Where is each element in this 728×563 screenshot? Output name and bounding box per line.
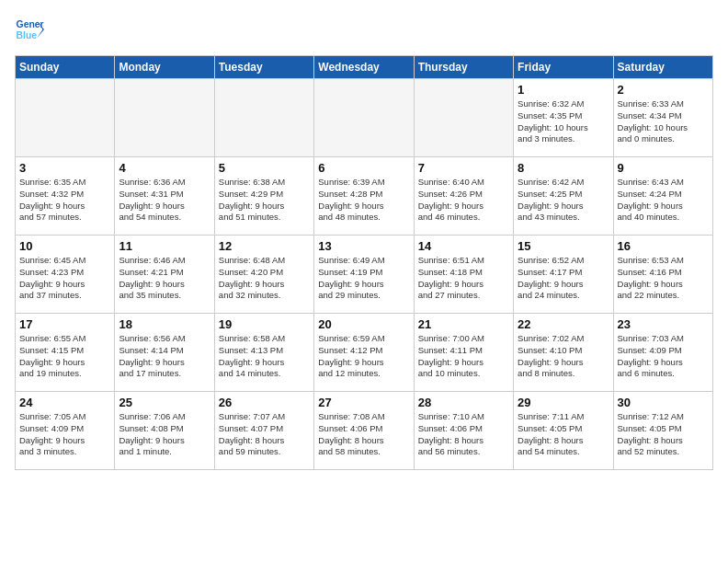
cell-info: Sunrise: 7:07 AM Sunset: 4:07 PM Dayligh…	[219, 411, 310, 458]
cell-info: Sunrise: 6:45 AM Sunset: 4:23 PM Dayligh…	[19, 255, 110, 302]
cell-info: Sunrise: 6:51 AM Sunset: 4:18 PM Dayligh…	[418, 255, 509, 302]
calendar-cell: 25Sunrise: 7:06 AM Sunset: 4:08 PM Dayli…	[115, 392, 214, 470]
day-number: 24	[19, 396, 110, 409]
calendar-cell	[16, 79, 115, 157]
day-number: 14	[418, 239, 509, 253]
calendar-cell: 30Sunrise: 7:12 AM Sunset: 4:05 PM Dayli…	[613, 392, 712, 470]
cell-info: Sunrise: 6:36 AM Sunset: 4:31 PM Dayligh…	[119, 177, 210, 224]
svg-text:Blue: Blue	[17, 30, 38, 40]
logo-icon: General Blue	[15, 15, 44, 44]
cell-info: Sunrise: 6:46 AM Sunset: 4:21 PM Dayligh…	[119, 255, 210, 302]
cell-info: Sunrise: 6:49 AM Sunset: 4:19 PM Dayligh…	[318, 255, 409, 302]
calendar-cell	[414, 79, 513, 157]
cell-info: Sunrise: 6:33 AM Sunset: 4:34 PM Dayligh…	[618, 98, 709, 145]
cell-info: Sunrise: 6:58 AM Sunset: 4:13 PM Dayligh…	[219, 333, 310, 380]
cell-info: Sunrise: 7:05 AM Sunset: 4:09 PM Dayligh…	[19, 411, 110, 458]
day-number: 17	[19, 317, 110, 331]
day-number: 18	[119, 317, 210, 331]
weekday-header-tuesday: Tuesday	[214, 56, 313, 79]
day-number: 21	[418, 317, 509, 331]
day-number: 23	[618, 317, 709, 331]
cell-info: Sunrise: 7:12 AM Sunset: 4:05 PM Dayligh…	[618, 411, 709, 458]
calendar-cell: 27Sunrise: 7:08 AM Sunset: 4:06 PM Dayli…	[314, 392, 414, 470]
weekday-header-wednesday: Wednesday	[314, 56, 414, 79]
cell-info: Sunrise: 6:53 AM Sunset: 4:16 PM Dayligh…	[618, 255, 709, 302]
cell-info: Sunrise: 6:42 AM Sunset: 4:25 PM Dayligh…	[518, 177, 609, 224]
page-header: General Blue	[15, 15, 713, 44]
day-number: 28	[418, 396, 509, 409]
calendar-cell: 1Sunrise: 6:32 AM Sunset: 4:35 PM Daylig…	[514, 79, 613, 157]
day-number: 16	[618, 239, 709, 253]
day-number: 11	[119, 239, 210, 253]
day-number: 15	[518, 239, 609, 253]
calendar-cell	[115, 79, 214, 157]
calendar-cell: 15Sunrise: 6:52 AM Sunset: 4:17 PM Dayli…	[514, 236, 613, 314]
calendar-cell: 18Sunrise: 6:56 AM Sunset: 4:14 PM Dayli…	[115, 314, 214, 392]
day-number: 22	[518, 317, 609, 331]
calendar-cell: 2Sunrise: 6:33 AM Sunset: 4:34 PM Daylig…	[613, 79, 712, 157]
calendar-cell: 22Sunrise: 7:02 AM Sunset: 4:10 PM Dayli…	[514, 314, 613, 392]
calendar-cell: 24Sunrise: 7:05 AM Sunset: 4:09 PM Dayli…	[16, 392, 115, 470]
day-number: 20	[318, 317, 409, 331]
day-number: 3	[19, 161, 110, 175]
calendar-cell: 14Sunrise: 6:51 AM Sunset: 4:18 PM Dayli…	[414, 236, 513, 314]
calendar-cell: 16Sunrise: 6:53 AM Sunset: 4:16 PM Dayli…	[613, 236, 712, 314]
calendar-cell: 7Sunrise: 6:40 AM Sunset: 4:26 PM Daylig…	[414, 157, 513, 236]
calendar-week-1: 1Sunrise: 6:32 AM Sunset: 4:35 PM Daylig…	[16, 79, 713, 157]
day-number: 19	[219, 317, 310, 331]
cell-info: Sunrise: 6:55 AM Sunset: 4:15 PM Dayligh…	[19, 333, 110, 380]
calendar-cell: 21Sunrise: 7:00 AM Sunset: 4:11 PM Dayli…	[414, 314, 513, 392]
weekday-header-friday: Friday	[514, 56, 613, 79]
cell-info: Sunrise: 6:48 AM Sunset: 4:20 PM Dayligh…	[219, 255, 310, 302]
cell-info: Sunrise: 7:00 AM Sunset: 4:11 PM Dayligh…	[418, 333, 509, 380]
calendar-cell	[214, 79, 313, 157]
day-number: 8	[518, 161, 609, 175]
day-number: 25	[119, 396, 210, 409]
calendar-cell: 20Sunrise: 6:59 AM Sunset: 4:12 PM Dayli…	[314, 314, 414, 392]
calendar-cell: 8Sunrise: 6:42 AM Sunset: 4:25 PM Daylig…	[514, 157, 613, 236]
calendar-week-2: 3Sunrise: 6:35 AM Sunset: 4:32 PM Daylig…	[16, 157, 713, 236]
cell-info: Sunrise: 6:40 AM Sunset: 4:26 PM Dayligh…	[418, 177, 509, 224]
calendar-cell: 29Sunrise: 7:11 AM Sunset: 4:05 PM Dayli…	[514, 392, 613, 470]
cell-info: Sunrise: 6:39 AM Sunset: 4:28 PM Dayligh…	[318, 177, 409, 224]
calendar-cell: 3Sunrise: 6:35 AM Sunset: 4:32 PM Daylig…	[16, 157, 115, 236]
weekday-header-monday: Monday	[115, 56, 214, 79]
day-number: 10	[19, 239, 110, 253]
calendar-cell: 28Sunrise: 7:10 AM Sunset: 4:06 PM Dayli…	[414, 392, 513, 470]
cell-info: Sunrise: 7:08 AM Sunset: 4:06 PM Dayligh…	[318, 411, 409, 458]
cell-info: Sunrise: 6:52 AM Sunset: 4:17 PM Dayligh…	[518, 255, 609, 302]
cell-info: Sunrise: 7:11 AM Sunset: 4:05 PM Dayligh…	[518, 411, 609, 458]
cell-info: Sunrise: 7:10 AM Sunset: 4:06 PM Dayligh…	[418, 411, 509, 458]
day-number: 29	[518, 396, 609, 409]
calendar-table: SundayMondayTuesdayWednesdayThursdayFrid…	[15, 55, 713, 470]
logo: General Blue	[15, 15, 44, 44]
cell-info: Sunrise: 6:38 AM Sunset: 4:29 PM Dayligh…	[219, 177, 310, 224]
weekday-header-saturday: Saturday	[613, 56, 712, 79]
cell-info: Sunrise: 6:43 AM Sunset: 4:24 PM Dayligh…	[618, 177, 709, 224]
day-number: 26	[219, 396, 310, 409]
calendar-cell: 10Sunrise: 6:45 AM Sunset: 4:23 PM Dayli…	[16, 236, 115, 314]
day-number: 1	[518, 83, 609, 97]
cell-info: Sunrise: 6:32 AM Sunset: 4:35 PM Dayligh…	[518, 98, 609, 145]
calendar-header-row: SundayMondayTuesdayWednesdayThursdayFrid…	[16, 56, 713, 79]
calendar-week-3: 10Sunrise: 6:45 AM Sunset: 4:23 PM Dayli…	[16, 236, 713, 314]
cell-info: Sunrise: 6:56 AM Sunset: 4:14 PM Dayligh…	[119, 333, 210, 380]
calendar-cell: 5Sunrise: 6:38 AM Sunset: 4:29 PM Daylig…	[214, 157, 313, 236]
calendar-cell: 11Sunrise: 6:46 AM Sunset: 4:21 PM Dayli…	[115, 236, 214, 314]
cell-info: Sunrise: 6:35 AM Sunset: 4:32 PM Dayligh…	[19, 177, 110, 224]
day-number: 4	[119, 161, 210, 175]
calendar-cell: 9Sunrise: 6:43 AM Sunset: 4:24 PM Daylig…	[613, 157, 712, 236]
day-number: 9	[618, 161, 709, 175]
day-number: 12	[219, 239, 310, 253]
weekday-header-thursday: Thursday	[414, 56, 513, 79]
calendar-cell: 19Sunrise: 6:58 AM Sunset: 4:13 PM Dayli…	[214, 314, 313, 392]
cell-info: Sunrise: 7:03 AM Sunset: 4:09 PM Dayligh…	[618, 333, 709, 380]
day-number: 7	[418, 161, 509, 175]
weekday-header-sunday: Sunday	[16, 56, 115, 79]
calendar-week-4: 17Sunrise: 6:55 AM Sunset: 4:15 PM Dayli…	[16, 314, 713, 392]
calendar-cell: 4Sunrise: 6:36 AM Sunset: 4:31 PM Daylig…	[115, 157, 214, 236]
day-number: 30	[618, 396, 709, 409]
calendar-cell: 13Sunrise: 6:49 AM Sunset: 4:19 PM Dayli…	[314, 236, 414, 314]
calendar-cell	[314, 79, 414, 157]
cell-info: Sunrise: 7:02 AM Sunset: 4:10 PM Dayligh…	[518, 333, 609, 380]
